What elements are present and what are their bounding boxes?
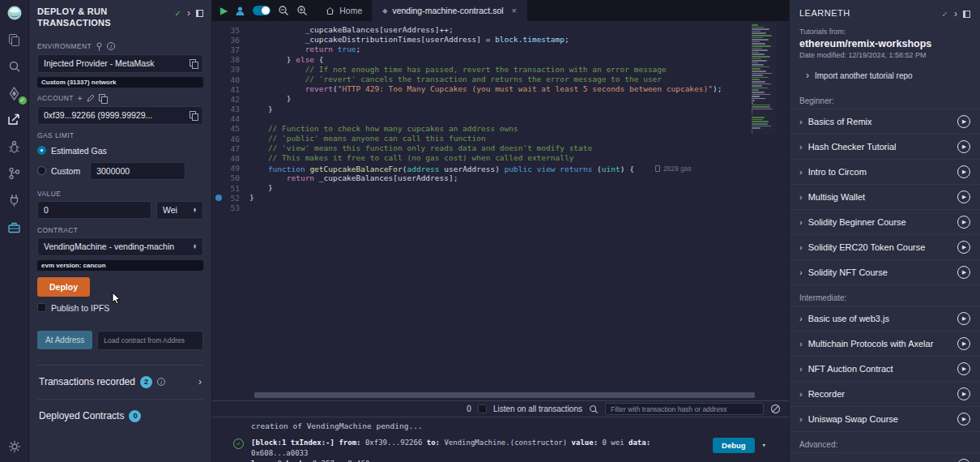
breakpoint-dot[interactable] xyxy=(215,195,222,201)
value-input[interactable] xyxy=(37,201,151,219)
search-icon[interactable] xyxy=(6,58,23,75)
zoom-in-icon[interactable] xyxy=(296,5,308,16)
at-address-button[interactable]: At Address xyxy=(37,331,92,349)
contract-select[interactable]: VendingMachine - vending-machin ▲▼ xyxy=(37,237,203,256)
play-icon[interactable]: ▶ xyxy=(957,115,970,128)
play-icon[interactable]: ▶ xyxy=(957,190,970,203)
zoom-out-icon[interactable] xyxy=(278,5,289,16)
tutorial-item[interactable]: ›Hash Checker Tutorial▶ xyxy=(790,135,980,160)
play-icon[interactable]: ▶ xyxy=(957,241,970,254)
play-icon[interactable]: ▶ xyxy=(957,266,970,279)
settings-icon[interactable] xyxy=(6,438,23,456)
code-line[interactable]: _cupcakeDistributionTimes[userAddress] =… xyxy=(249,35,789,45)
code-line[interactable]: revert("HTTP 429: Too Many Cupcakes (you… xyxy=(249,84,789,94)
tab-file[interactable]: ◆ vending-machine-contract.sol × xyxy=(373,0,527,21)
transactions-recorded-row[interactable]: Transactions recorded 2 i › xyxy=(37,365,203,399)
debug-button[interactable]: Debug xyxy=(713,438,755,453)
play-icon[interactable]: ▶ xyxy=(957,413,970,426)
clear-console-icon[interactable] xyxy=(770,404,781,414)
listen-checkbox[interactable] xyxy=(478,404,487,413)
plugin-manager-icon[interactable] xyxy=(6,191,23,209)
code-line[interactable]: } else { xyxy=(249,55,789,65)
pin-icon[interactable] xyxy=(96,42,103,51)
code-line[interactable] xyxy=(249,203,789,212)
play-icon[interactable]: ▶ xyxy=(957,362,970,375)
custom-gas-radio[interactable]: Custom xyxy=(37,162,203,180)
chevron-down-icon[interactable]: ▾ xyxy=(762,441,766,449)
minimap[interactable] xyxy=(752,23,776,135)
code-editor[interactable]: 35363738394041424344454647484950515253 _… xyxy=(212,21,789,400)
tutorial-item[interactable]: ›Basics of Remix▶ xyxy=(790,109,980,135)
chevron-right-icon[interactable]: › xyxy=(954,9,957,19)
git-icon[interactable] xyxy=(6,165,23,182)
code-line[interactable]: // 'revert' cancels the transaction and … xyxy=(249,75,789,84)
tutorial-item[interactable]: ›Solidity NFT Course▶ xyxy=(790,260,980,285)
environment-select[interactable]: Injected Provider - MetaMask xyxy=(37,54,203,73)
code-line[interactable] xyxy=(249,114,789,124)
tutorial-item[interactable]: ›Multisig Wallet▶ xyxy=(790,185,980,210)
info-icon[interactable]: i xyxy=(107,42,115,50)
deploy-button[interactable]: Deploy xyxy=(37,277,90,297)
deploy-and-run-icon[interactable] xyxy=(6,111,23,129)
tutorial-item[interactable]: ›Solidity Beginner Course▶ xyxy=(790,210,980,235)
info-icon[interactable]: i xyxy=(157,378,165,386)
tutorial-item[interactable]: ›Intro to Circom▶ xyxy=(790,160,980,185)
code-line[interactable]: // 'view' means this function only reads… xyxy=(249,143,789,153)
user-icon[interactable] xyxy=(235,6,245,16)
estimated-gas-radio[interactable]: Estimated Gas xyxy=(37,146,203,156)
copy-icon[interactable] xyxy=(190,59,197,67)
close-icon[interactable]: × xyxy=(512,6,517,15)
code-line[interactable]: // Function to check how many cupcakes a… xyxy=(249,124,789,134)
play-icon[interactable]: ▶ xyxy=(957,165,970,178)
debugger-icon[interactable] xyxy=(6,138,23,156)
copy-icon[interactable] xyxy=(99,94,106,102)
play-icon[interactable]: ▶ xyxy=(957,216,970,229)
transaction-log-row[interactable]: ✓ [block:1 txIndex:-] from: 0xf39...9226… xyxy=(233,438,766,462)
add-account-icon[interactable]: + xyxy=(78,94,83,103)
value-unit-select[interactable]: Wei ▲▼ xyxy=(156,201,203,220)
pin-panel-icon[interactable] xyxy=(196,10,203,17)
tutorial-item[interactable]: ›Recorder▶ xyxy=(790,382,980,407)
pin-panel-icon[interactable] xyxy=(963,11,970,18)
play-icon[interactable]: ▶ xyxy=(957,459,970,462)
play-icon[interactable]: ▶ xyxy=(957,337,970,350)
filter-input[interactable] xyxy=(605,403,764,415)
toggle-switch[interactable] xyxy=(253,6,271,15)
code-line[interactable]: // 'public' means anyone can call this f… xyxy=(249,134,789,143)
copy-icon[interactable] xyxy=(190,111,197,119)
deployed-contracts-row[interactable]: Deployed Contracts 0 xyxy=(37,399,203,433)
horizontal-scrollbar[interactable] xyxy=(254,392,755,398)
chevron-right-icon[interactable]: › xyxy=(198,377,202,387)
play-icon[interactable]: ▶ xyxy=(957,140,970,153)
code-line[interactable]: return _cupcakeBalances[userAddress]; xyxy=(249,173,789,183)
at-address-input[interactable] xyxy=(97,331,203,350)
play-icon[interactable]: ▶ xyxy=(957,312,970,325)
publish-to-ipfs-checkbox[interactable]: Publish to IPFS xyxy=(37,303,203,313)
tutorial-item[interactable]: ›NFT Auction Contract▶ xyxy=(790,357,980,382)
import-tutorial-link[interactable]: › Import another tutorial repo xyxy=(790,61,980,88)
run-script-icon[interactable]: ▶ xyxy=(220,6,228,15)
terminal[interactable]: creation of VendingMachine pending... ✓ … xyxy=(212,417,789,462)
custom-gas-input[interactable] xyxy=(90,162,185,180)
account-select[interactable]: 0xf39...92266 (9999.99929... xyxy=(37,106,203,125)
play-icon[interactable]: ▶ xyxy=(957,387,970,400)
learneth-icon[interactable] xyxy=(6,218,23,236)
code-line[interactable]: return true; xyxy=(249,45,789,54)
remix-logo-icon[interactable] xyxy=(6,4,23,22)
code-line[interactable]: function getCupcakeBalanceFor(address us… xyxy=(249,164,789,173)
code-line[interactable]: // This makes it free to call (no gas co… xyxy=(249,153,789,163)
code-line[interactable]: // If not enough time has passed, revert… xyxy=(249,65,789,75)
code-line[interactable]: } xyxy=(249,183,789,193)
file-explorer-icon[interactable] xyxy=(6,31,23,49)
tutorial-item[interactable]: ›All about Proxy Contracts▶ xyxy=(790,453,980,462)
tab-home[interactable]: Home xyxy=(316,0,373,21)
code-line[interactable]: } xyxy=(249,193,789,203)
solidity-compiler-icon[interactable]: ✓ xyxy=(6,84,23,102)
tutorial-item[interactable]: ›Multichain Protocols with Axelar▶ xyxy=(790,332,980,357)
tutorial-item[interactable]: ›Solidity ERC20 Token Course▶ xyxy=(790,235,980,260)
code-line[interactable]: } xyxy=(249,105,789,114)
chevron-right-icon[interactable]: › xyxy=(187,8,190,18)
code-line[interactable]: } xyxy=(249,94,789,104)
tutorial-item[interactable]: ›Basic use of web3.js▶ xyxy=(790,306,980,332)
code-line[interactable]: _cupcakeBalances[userAddress]++; xyxy=(249,25,789,35)
